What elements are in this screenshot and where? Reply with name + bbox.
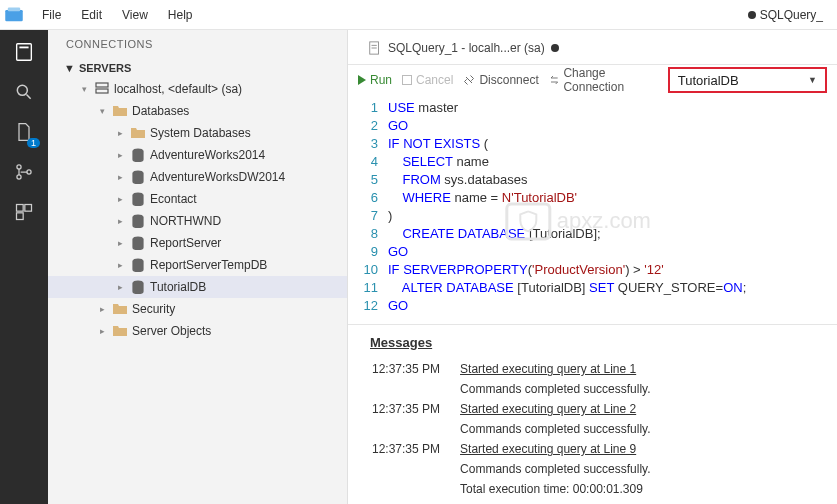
chevron-right-icon: ▸ (114, 282, 126, 292)
code-text[interactable]: USE master GO IF NOT EXISTS ( SELECT nam… (388, 95, 746, 324)
message-text: Commands completed successfully. (460, 380, 669, 398)
svg-rect-10 (25, 205, 32, 212)
message-link[interactable]: Started executing query at Line 9 (460, 440, 669, 458)
svg-rect-3 (19, 47, 28, 49)
svg-point-8 (27, 170, 31, 174)
sidebar-title: CONNECTIONS (48, 30, 347, 58)
svg-rect-0 (5, 10, 23, 21)
folder-icon (112, 301, 128, 317)
databases-label: Databases (132, 104, 189, 118)
total-time: Total execution time: 00:00:01.309 (460, 480, 669, 498)
chevron-down-icon: ▼ (808, 75, 817, 85)
database-select-value: TutorialDB (678, 73, 739, 88)
message-link[interactable]: Started executing query at Line 1 (460, 360, 669, 378)
modified-dot-icon (551, 44, 559, 52)
database-select[interactable]: TutorialDB ▼ (668, 67, 827, 93)
server-label: localhost, <default> (sa) (114, 82, 242, 96)
svg-point-6 (17, 165, 21, 169)
activity-servers-icon[interactable] (10, 38, 38, 66)
message-text: Commands completed successfully. (460, 420, 669, 438)
svg-point-4 (17, 85, 27, 95)
tab-label: SQLQuery_1 - localh...er (sa) (388, 41, 545, 55)
chevron-right-icon: ▸ (114, 238, 126, 248)
svg-rect-2 (17, 44, 32, 61)
database-node[interactable]: ▸NORTHWND (48, 210, 347, 232)
activity-source-control-icon[interactable] (10, 158, 38, 186)
database-icon (130, 191, 146, 207)
activity-explorer-icon[interactable]: 1 (10, 118, 38, 146)
activity-search-icon[interactable] (10, 78, 38, 106)
message-time: 12:37:35 PM (372, 400, 458, 418)
chevron-right-icon: ▸ (114, 172, 126, 182)
editor-tab[interactable]: SQLQuery_1 - localh...er (sa) (356, 35, 571, 62)
database-icon (130, 279, 146, 295)
messages-panel: Messages 12:37:35 PMStarted executing qu… (348, 324, 837, 504)
line-numbers: 123456789101112 (348, 95, 388, 324)
message-link[interactable]: Started executing query at Line 2 (460, 400, 669, 418)
folder-label: Security (132, 302, 175, 316)
database-icon (130, 169, 146, 185)
open-file-name: SQLQuery_ (760, 8, 823, 22)
server-folder[interactable]: ▸Server Objects (48, 320, 347, 342)
database-node[interactable]: ▸ReportServerTempDB (48, 254, 347, 276)
database-node[interactable]: ▸AdventureWorks2014 (48, 144, 347, 166)
chevron-down-icon: ▾ (78, 84, 90, 94)
database-label: System Databases (150, 126, 251, 140)
svg-rect-13 (96, 89, 108, 93)
database-label: TutorialDB (150, 280, 206, 294)
app-icon (4, 5, 24, 25)
disconnect-button[interactable]: Disconnect (463, 73, 538, 87)
menu-help[interactable]: Help (158, 4, 203, 26)
chevron-right-icon: ▸ (96, 304, 108, 314)
activity-extensions-icon[interactable] (10, 198, 38, 226)
activity-bar: 1 (0, 30, 48, 504)
change-connection-icon (549, 74, 560, 86)
run-button[interactable]: Run (358, 73, 392, 87)
svg-rect-1 (8, 7, 21, 11)
menu-edit[interactable]: Edit (71, 4, 112, 26)
messages-table: 12:37:35 PMStarted executing query at Li… (370, 358, 671, 500)
message-time: 12:37:35 PM (372, 440, 458, 458)
disconnect-icon (463, 74, 475, 86)
chevron-down-icon: ▼ (64, 62, 75, 74)
folder-label: Server Objects (132, 324, 211, 338)
menu-view[interactable]: View (112, 4, 158, 26)
database-icon (130, 213, 146, 229)
database-node[interactable]: ▸System Databases (48, 122, 347, 144)
folder-icon (112, 323, 128, 339)
database-node[interactable]: ▸AdventureWorksDW2014 (48, 166, 347, 188)
chevron-right-icon: ▸ (114, 194, 126, 204)
folder-icon (130, 125, 146, 141)
server-folder[interactable]: ▸Security (48, 298, 347, 320)
badge: 1 (27, 138, 40, 148)
database-label: ReportServerTempDB (150, 258, 267, 272)
database-icon (130, 147, 146, 163)
menubar: File Edit View Help SQLQuery_ (0, 0, 837, 30)
database-node[interactable]: ▸TutorialDB (48, 276, 347, 298)
messages-title: Messages (370, 335, 815, 350)
server-node[interactable]: ▾ localhost, <default> (sa) (48, 78, 347, 100)
database-node[interactable]: ▸Econtact (48, 188, 347, 210)
servers-section[interactable]: ▼ SERVERS (48, 58, 347, 78)
change-connection-button[interactable]: Change Connection (549, 66, 658, 94)
chevron-right-icon: ▸ (114, 260, 126, 270)
editor-area: SQLQuery_1 - localh...er (sa) Run Cancel… (348, 30, 837, 504)
database-label: Econtact (150, 192, 197, 206)
code-editor[interactable]: 123456789101112 USE master GO IF NOT EXI… (348, 95, 837, 324)
svg-line-5 (27, 95, 31, 99)
server-icon (94, 81, 110, 97)
chevron-down-icon: ▾ (96, 106, 108, 116)
modified-dot-icon (748, 11, 756, 19)
database-label: AdventureWorksDW2014 (150, 170, 285, 184)
stop-icon (402, 75, 412, 85)
play-icon (358, 75, 366, 85)
database-node[interactable]: ▸ReportServer (48, 232, 347, 254)
sidebar: CONNECTIONS ▼ SERVERS ▾ localhost, <defa… (48, 30, 348, 504)
databases-folder[interactable]: ▾ Databases (48, 100, 347, 122)
database-icon (130, 257, 146, 273)
database-label: AdventureWorks2014 (150, 148, 265, 162)
file-icon (368, 41, 382, 55)
database-icon (130, 235, 146, 251)
menu-file[interactable]: File (32, 4, 71, 26)
cancel-button: Cancel (402, 73, 453, 87)
